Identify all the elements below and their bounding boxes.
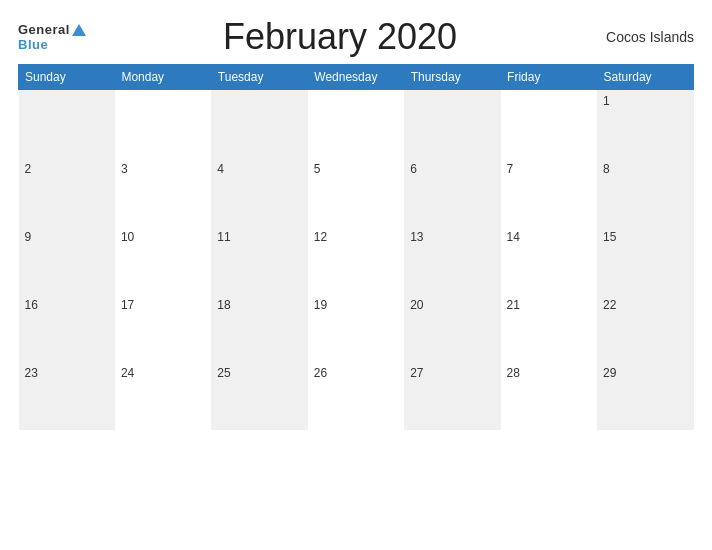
day-number: 12: [314, 230, 327, 244]
day-number: 20: [410, 298, 423, 312]
calendar-day-cell: 7: [501, 158, 597, 226]
calendar-day-cell: 4: [211, 158, 307, 226]
calendar-week-row: 2345678: [19, 158, 694, 226]
calendar-day-cell: 17: [115, 294, 211, 362]
region-label: Cocos Islands: [594, 29, 694, 45]
logo-general-text: General: [18, 22, 70, 37]
day-number: 8: [603, 162, 610, 176]
day-number: 26: [314, 366, 327, 380]
day-number: 2: [25, 162, 32, 176]
day-number: 18: [217, 298, 230, 312]
calendar-day-cell: 15: [597, 226, 693, 294]
header-saturday: Saturday: [597, 65, 693, 90]
day-number: 7: [507, 162, 514, 176]
calendar-day-cell: 9: [19, 226, 115, 294]
day-number: 19: [314, 298, 327, 312]
day-number: 14: [507, 230, 520, 244]
header-friday: Friday: [501, 65, 597, 90]
calendar-day-cell: 22: [597, 294, 693, 362]
day-number: 4: [217, 162, 224, 176]
calendar-day-cell: 19: [308, 294, 404, 362]
calendar-day-cell: 25: [211, 362, 307, 430]
header-thursday: Thursday: [404, 65, 500, 90]
calendar-day-cell: 23: [19, 362, 115, 430]
calendar-title: February 2020: [86, 16, 594, 58]
calendar-day-cell: 24: [115, 362, 211, 430]
day-number: 17: [121, 298, 134, 312]
calendar-week-row: 16171819202122: [19, 294, 694, 362]
logo: General Blue: [18, 22, 86, 52]
calendar-week-row: 1: [19, 90, 694, 158]
calendar-day-cell: 8: [597, 158, 693, 226]
calendar-week-row: 23242526272829: [19, 362, 694, 430]
day-number: 22: [603, 298, 616, 312]
calendar-day-cell: 6: [404, 158, 500, 226]
calendar-day-cell: 14: [501, 226, 597, 294]
calendar-day-cell: 1: [597, 90, 693, 158]
day-number: 24: [121, 366, 134, 380]
calendar-day-cell: 29: [597, 362, 693, 430]
calendar-day-cell: 12: [308, 226, 404, 294]
day-number: 21: [507, 298, 520, 312]
header: General Blue February 2020 Cocos Islands: [18, 16, 694, 58]
calendar-day-cell: 11: [211, 226, 307, 294]
calendar-day-cell: 5: [308, 158, 404, 226]
day-number: 29: [603, 366, 616, 380]
calendar-day-cell: [115, 90, 211, 158]
calendar-day-cell: 21: [501, 294, 597, 362]
calendar-day-cell: 3: [115, 158, 211, 226]
calendar-day-cell: 18: [211, 294, 307, 362]
day-number: 3: [121, 162, 128, 176]
logo-triangle-icon: [72, 24, 86, 36]
header-wednesday: Wednesday: [308, 65, 404, 90]
calendar-day-cell: [404, 90, 500, 158]
day-number: 13: [410, 230, 423, 244]
day-number: 27: [410, 366, 423, 380]
day-number: 1: [603, 94, 610, 108]
day-number: 5: [314, 162, 321, 176]
calendar-day-cell: 28: [501, 362, 597, 430]
header-monday: Monday: [115, 65, 211, 90]
calendar-day-cell: [19, 90, 115, 158]
calendar-day-cell: 26: [308, 362, 404, 430]
calendar-day-cell: 13: [404, 226, 500, 294]
header-tuesday: Tuesday: [211, 65, 307, 90]
day-number: 6: [410, 162, 417, 176]
calendar-day-cell: 27: [404, 362, 500, 430]
day-number: 16: [25, 298, 38, 312]
calendar-table: Sunday Monday Tuesday Wednesday Thursday…: [18, 64, 694, 430]
calendar-day-cell: 2: [19, 158, 115, 226]
calendar-day-cell: 20: [404, 294, 500, 362]
weekday-header-row: Sunday Monday Tuesday Wednesday Thursday…: [19, 65, 694, 90]
day-number: 23: [25, 366, 38, 380]
calendar-day-cell: [211, 90, 307, 158]
calendar-day-cell: [308, 90, 404, 158]
calendar-week-row: 9101112131415: [19, 226, 694, 294]
day-number: 10: [121, 230, 134, 244]
day-number: 28: [507, 366, 520, 380]
logo-blue-text: Blue: [18, 37, 48, 52]
calendar-day-cell: [501, 90, 597, 158]
calendar-page: General Blue February 2020 Cocos Islands…: [0, 0, 712, 550]
header-sunday: Sunday: [19, 65, 115, 90]
day-number: 25: [217, 366, 230, 380]
day-number: 15: [603, 230, 616, 244]
day-number: 9: [25, 230, 32, 244]
day-number: 11: [217, 230, 230, 244]
calendar-day-cell: 10: [115, 226, 211, 294]
calendar-day-cell: 16: [19, 294, 115, 362]
